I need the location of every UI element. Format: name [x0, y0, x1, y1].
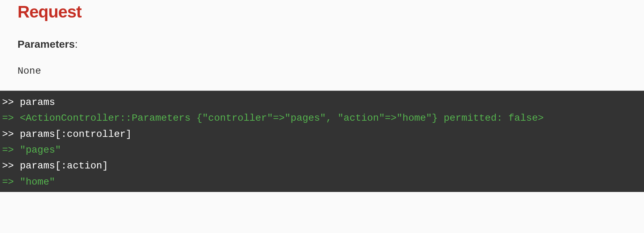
parameters-label: Parameters — [18, 38, 75, 50]
console-line-output: => <ActionController::Parameters {"contr… — [2, 110, 642, 126]
console-input-text: params[:controller] — [20, 129, 131, 140]
console-line-input: >> params[:controller] — [2, 126, 642, 142]
console-prompt-in: >> — [2, 97, 20, 108]
console-prompt-out: => — [2, 113, 20, 124]
console-input-text: params[:action] — [20, 160, 108, 171]
console-output-text: "pages" — [20, 145, 61, 155]
console-prompt-in: >> — [2, 129, 20, 140]
request-section: Request Parameters: None — [0, 0, 644, 91]
console-line-input: >> params[:action] — [2, 158, 642, 174]
console-line-output: => "home" — [2, 174, 642, 190]
console-output-text: "home" — [20, 177, 55, 187]
debug-console[interactable]: >> params => <ActionController::Paramete… — [0, 91, 644, 192]
console-prompt-in: >> — [2, 160, 20, 171]
request-heading: Request — [18, 0, 626, 38]
parameters-value: None — [18, 66, 626, 91]
parameters-line: Parameters: — [18, 38, 626, 66]
console-input-text: params — [20, 97, 55, 108]
console-output-text: <ActionController::Parameters {"controll… — [20, 113, 543, 124]
parameters-colon: : — [75, 38, 77, 50]
console-prompt-out: => — [2, 145, 20, 155]
console-prompt-out: => — [2, 177, 20, 187]
console-line-output: => "pages" — [2, 142, 642, 158]
console-line-input: >> params — [2, 94, 642, 110]
